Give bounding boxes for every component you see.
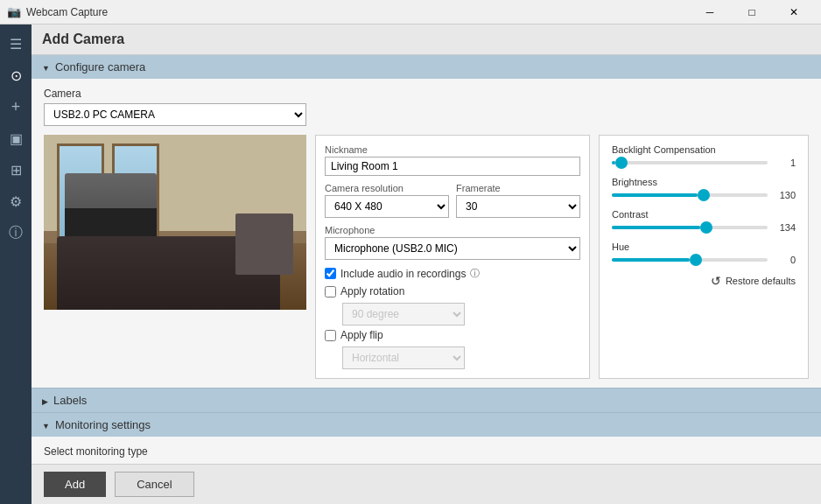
sidebar-settings-icon[interactable]: ⚙ <box>0 186 32 217</box>
resolution-select[interactable]: 640 X 480 <box>325 195 449 218</box>
page-header: Add Camera <box>32 24 821 55</box>
contrast-track <box>612 226 768 229</box>
maximize-button[interactable]: □ <box>732 0 772 24</box>
hue-row: Hue 0 <box>612 242 796 265</box>
hue-fill <box>612 258 690 262</box>
configure-camera-body: Camera USB2.0 PC CAMERA <box>32 79 821 388</box>
framerate-col: Framerate 30 <box>456 183 580 218</box>
select-type-label: Select monitoring type <box>44 445 809 458</box>
cancel-button[interactable]: Cancel <box>115 472 193 497</box>
camera-select[interactable]: USB2.0 PC CAMERA <box>44 103 306 126</box>
nickname-row: Nickname <box>325 144 580 176</box>
monitoring-chevron <box>42 418 50 431</box>
minimize-button[interactable]: ─ <box>690 0 730 24</box>
contrast-label: Contrast <box>612 209 796 220</box>
monitoring-body: Select monitoring type Motion detection … <box>32 437 821 464</box>
sidebar-info-icon[interactable]: ⓘ <box>0 217 32 248</box>
brightness-thumb[interactable] <box>698 189 710 201</box>
sliders-panel: Backlight Compensation 1 <box>599 135 809 379</box>
configure-camera-section: Configure camera Camera USB2.0 PC CAMERA <box>32 55 821 388</box>
configure-camera-header[interactable]: Configure camera <box>32 55 821 79</box>
page-title: Add Camera <box>42 32 124 46</box>
resolution-framerate-row: Camera resolution 640 X 480 Framerate 30 <box>325 183 580 218</box>
brightness-value: 130 <box>775 190 796 200</box>
backlight-track <box>612 161 768 164</box>
contrast-fill <box>612 226 700 229</box>
apply-flip-checkbox[interactable] <box>325 330 336 341</box>
apply-rotation-checkbox[interactable] <box>325 286 336 298</box>
labels-chevron <box>42 394 48 407</box>
labels-label: Labels <box>53 394 87 407</box>
camera-select-row: USB2.0 PC CAMERA <box>44 103 809 126</box>
sidebar-clock-icon[interactable]: ⊙ <box>0 60 32 91</box>
framerate-label: Framerate <box>456 183 580 193</box>
nickname-label: Nickname <box>325 144 580 155</box>
brightness-fill <box>612 193 698 197</box>
apply-rotation-label: Apply rotation <box>340 285 404 298</box>
microphone-select[interactable]: Microphone (USB2.0 MIC) <box>325 237 580 260</box>
brightness-label: Brightness <box>612 177 796 187</box>
restore-defaults-label: Restore defaults <box>726 276 796 286</box>
camera-settings-panel: Nickname Camera resolution 640 X 480 <box>315 135 590 379</box>
brightness-slider-container: 130 <box>612 190 796 200</box>
app-icon: 📷 <box>7 5 21 18</box>
contrast-thumb[interactable] <box>700 221 712 234</box>
hue-label: Hue <box>612 242 796 252</box>
backlight-slider-container: 1 <box>612 158 796 168</box>
restore-defaults-button[interactable]: ↺ Restore defaults <box>612 274 796 288</box>
microphone-label: Microphone <box>325 225 580 235</box>
flip-sub-row: Horizontal <box>342 346 580 369</box>
room-chair <box>235 214 293 275</box>
rotation-select[interactable]: 90 degree <box>342 303 465 326</box>
camera-preview <box>44 135 306 310</box>
hue-value: 0 <box>775 255 796 265</box>
apply-flip-row: Apply flip <box>325 329 580 341</box>
apply-rotation-row: Apply rotation <box>325 285 580 298</box>
monitoring-label: Monitoring settings <box>55 418 151 431</box>
sidebar-add-icon[interactable]: + <box>0 91 32 122</box>
resolution-col: Camera resolution 640 X 480 <box>325 183 449 218</box>
bottom-bar: Add Cancel <box>32 464 821 504</box>
rotation-sub-row: 90 degree <box>342 303 580 326</box>
add-button[interactable]: Add <box>44 472 106 497</box>
include-audio-checkbox[interactable] <box>325 268 336 279</box>
include-audio-label: Include audio in recordings <box>340 268 466 280</box>
monitoring-header[interactable]: Monitoring settings <box>32 412 821 437</box>
hue-slider-container: 0 <box>612 255 796 265</box>
sidebar-grid-icon[interactable]: ⊞ <box>0 154 32 186</box>
brightness-track <box>612 193 768 197</box>
app-title: Webcam Capture <box>26 6 108 18</box>
labels-section: Labels <box>32 388 821 412</box>
backlight-value: 1 <box>775 158 796 168</box>
contrast-value: 134 <box>775 222 796 233</box>
hue-track <box>612 258 768 262</box>
close-button[interactable]: ✕ <box>774 0 814 24</box>
backlight-thumb[interactable] <box>615 157 628 169</box>
app-container: ☰ ⊙ + ▣ ⊞ ⚙ ⓘ Add Camera Configure camer… <box>0 24 821 504</box>
framerate-select[interactable]: 30 <box>456 195 580 218</box>
sidebar-camera-icon[interactable]: ▣ <box>0 122 32 154</box>
backlight-row: Backlight Compensation 1 <box>612 144 796 168</box>
contrast-row: Contrast 134 <box>612 209 796 233</box>
content-scroll: Configure camera Camera USB2.0 PC CAMERA <box>32 55 821 464</box>
labels-header[interactable]: Labels <box>32 388 821 412</box>
sidebar-menu-icon[interactable]: ☰ <box>0 28 32 60</box>
flip-select[interactable]: Horizontal <box>342 346 465 369</box>
include-audio-row: Include audio in recordings ⓘ <box>325 267 580 280</box>
brightness-row: Brightness 130 <box>612 177 796 200</box>
configure-camera-label: Configure camera <box>55 60 145 74</box>
sidebar: ☰ ⊙ + ▣ ⊞ ⚙ ⓘ <box>0 24 32 504</box>
hue-thumb[interactable] <box>690 254 702 266</box>
room-background <box>44 135 306 310</box>
configure-camera-chevron <box>42 60 50 74</box>
nickname-input[interactable] <box>325 157 580 176</box>
restore-icon: ↺ <box>711 274 721 288</box>
info-circle-icon: ⓘ <box>470 267 480 280</box>
main-content: Add Camera Configure camera Camera USB2.… <box>32 24 821 504</box>
titlebar: 📷 Webcam Capture ─ □ ✕ <box>0 0 821 24</box>
window-controls: ─ □ ✕ <box>690 0 814 24</box>
camera-field-label: Camera <box>44 88 809 100</box>
apply-flip-label: Apply flip <box>340 329 383 341</box>
contrast-slider-container: 134 <box>612 222 796 233</box>
backlight-label: Backlight Compensation <box>612 144 796 155</box>
